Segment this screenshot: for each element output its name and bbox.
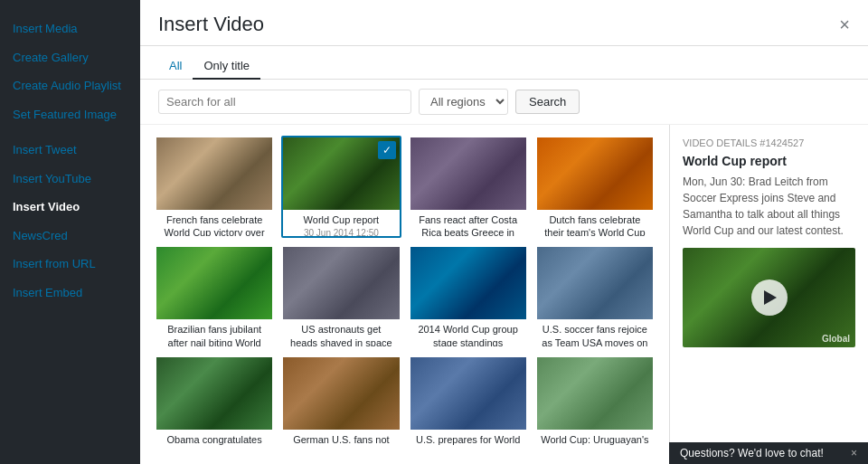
media-thumb-10 (283, 357, 399, 430)
media-thumb-3 (410, 137, 526, 210)
close-button[interactable]: × (839, 15, 850, 33)
media-caption-2: World Cup report (283, 210, 399, 228)
details-panel: VIDEO DETAILS #1424527 World Cup report … (669, 125, 868, 464)
media-item-5[interactable]: Brazilian fans jubilant after nail bitin… (155, 245, 274, 347)
modal: Insert Video × All Only title All region… (140, 0, 868, 464)
media-item-8[interactable]: U.S. soccer fans rejoice as Team USA mov… (535, 245, 655, 347)
media-caption-9: Obama congratulates (156, 430, 272, 448)
media-item-4[interactable]: Dutch fans celebrate their team's World … (535, 136, 655, 238)
media-thumb-1 (156, 137, 272, 210)
sidebar-item-create-audio-playlist[interactable]: Create Audio Playlist (0, 71, 140, 100)
media-thumb-6 (283, 247, 399, 319)
sidebar-item-insert-embed[interactable]: Insert Embed (0, 279, 140, 308)
media-item-3[interactable]: Fans react after Costa Rica beats Greece… (409, 136, 528, 238)
sidebar-item-newscred[interactable]: NewsCred (0, 222, 140, 251)
media-item-12[interactable]: World Cup: Uruguayan's (535, 355, 655, 453)
media-date-11 (410, 448, 526, 451)
media-caption-11: U.S. prepares for World (410, 430, 526, 448)
media-caption-1: French fans celebrate World Cup victory … (156, 210, 272, 238)
region-select[interactable]: All regions (419, 89, 508, 115)
video-brand-label: Global (822, 334, 850, 344)
media-date-12 (537, 448, 653, 451)
media-thumb-5 (156, 247, 272, 319)
play-icon (764, 290, 777, 305)
sidebar-item-create-gallery[interactable]: Create Gallery (0, 43, 140, 72)
sidebar-item-insert-video[interactable]: Insert Video (0, 193, 140, 222)
media-item-10[interactable]: German U.S. fans not (281, 355, 401, 453)
sidebar-item-set-featured-image[interactable]: Set Featured Image (0, 100, 140, 129)
tab-bar: All Only title (140, 46, 868, 80)
content-area: French fans celebrate World Cup victory … (140, 125, 868, 464)
media-caption-7: 2014 World Cup group stage standings (410, 319, 526, 347)
details-description: Mon, Jun 30: Brad Leitch from Soccer Exp… (683, 174, 855, 239)
media-item-9[interactable]: Obama congratulates (155, 355, 274, 453)
chat-close-button[interactable]: × (851, 447, 857, 459)
modal-title: Insert Video (158, 13, 264, 36)
chat-label: Questions? We'd love to chat! (680, 447, 824, 459)
media-thumb-8 (537, 247, 653, 319)
sidebar-item-insert-tweet[interactable]: Insert Tweet (0, 136, 140, 165)
media-caption-12: World Cup: Uruguayan's (537, 430, 653, 448)
media-item-2[interactable]: ✓ World Cup report 30 Jun 2014 12:50 (281, 136, 401, 238)
search-input[interactable] (158, 90, 411, 114)
tab-only-title[interactable]: Only title (193, 53, 260, 80)
tab-all[interactable]: All (158, 53, 193, 80)
selected-check-icon: ✓ (378, 141, 396, 159)
search-button[interactable]: Search (515, 90, 580, 114)
details-video-preview[interactable]: Global (683, 248, 855, 347)
play-button[interactable] (751, 279, 788, 316)
media-caption-4: Dutch fans celebrate their team's World … (537, 210, 653, 238)
sidebar-item-insert-media[interactable]: Insert Media (0, 14, 140, 43)
media-thumb-12 (537, 357, 653, 430)
media-caption-6: US astronauts get heads shaved in space … (283, 319, 399, 347)
media-item-6[interactable]: US astronauts get heads shaved in space … (281, 245, 401, 347)
media-item-7[interactable]: 2014 World Cup group stage standings 27 … (409, 245, 528, 347)
media-thumb-2: ✓ (283, 137, 399, 210)
search-bar: All regions Search (140, 80, 868, 125)
sidebar: Insert Media Create Gallery Create Audio… (0, 0, 140, 464)
media-caption-10: German U.S. fans not (283, 430, 399, 448)
media-thumb-4 (537, 137, 653, 210)
media-date-10 (283, 448, 399, 451)
media-grid: French fans celebrate World Cup victory … (140, 125, 669, 464)
media-caption-3: Fans react after Costa Rica beats Greece… (410, 210, 526, 238)
media-thumb-7 (410, 247, 526, 319)
details-title: World Cup report (683, 154, 855, 168)
media-date-9 (156, 448, 272, 451)
media-caption-8: U.S. soccer fans rejoice as Team USA mov… (537, 319, 653, 347)
media-thumb-9 (156, 357, 272, 430)
media-item-11[interactable]: U.S. prepares for World (409, 355, 528, 453)
details-video-id: VIDEO DETAILS #1424527 (683, 137, 855, 148)
media-thumb-11 (410, 357, 526, 430)
sidebar-item-insert-from-url[interactable]: Insert from URL (0, 250, 140, 279)
media-item-1[interactable]: French fans celebrate World Cup victory … (155, 136, 274, 238)
sidebar-item-insert-youtube[interactable]: Insert YouTube (0, 165, 140, 194)
media-caption-5: Brazilian fans jubilant after nail bitin… (156, 319, 272, 347)
modal-header: Insert Video × (140, 0, 868, 46)
chat-bar: Questions? We'd love to chat! × (669, 442, 868, 464)
media-date-2: 30 Jun 2014 12:50 (283, 228, 399, 238)
